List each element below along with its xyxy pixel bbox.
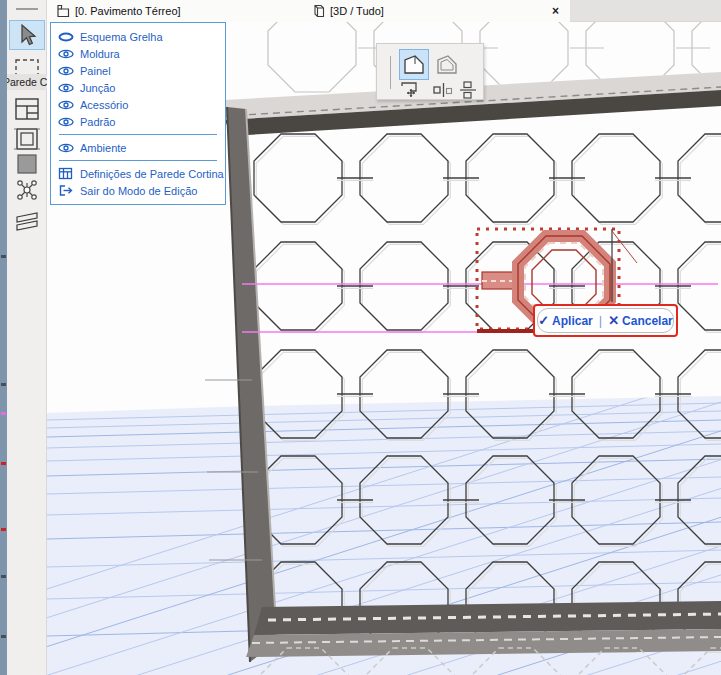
left-toolbox: Parede C xyxy=(7,0,47,675)
toolbox-drag-handle[interactable] xyxy=(16,8,38,10)
select-tool-button[interactable] xyxy=(9,20,45,50)
menu-item-label: Definições de Parede Cortina xyxy=(80,168,224,180)
menu-item-definicoes-parede-cortina[interactable]: Definições de Parede Cortina xyxy=(51,165,225,182)
menu-item-moldura[interactable]: Moldura xyxy=(51,45,225,62)
menu-item-label: Esquema Grelha xyxy=(80,31,163,43)
menu-item-label: Padrão xyxy=(80,116,115,128)
menu-item-juncao[interactable]: Junção xyxy=(51,79,225,96)
frame-tool-button[interactable] xyxy=(12,126,42,152)
junction-icon xyxy=(13,177,41,203)
menu-item-painel[interactable]: Painel xyxy=(51,62,225,79)
menu-item-label: Moldura xyxy=(80,48,120,60)
panel-tool-button[interactable] xyxy=(12,151,42,177)
offset-icon xyxy=(432,82,454,98)
menu-item-label: Junção xyxy=(80,82,115,94)
eye-icon xyxy=(58,82,74,94)
menu-separator xyxy=(59,160,217,161)
edge-strip-mark xyxy=(1,462,6,465)
panel-chamfer-button[interactable] xyxy=(399,49,429,80)
panel-chamfer-outline-button[interactable] xyxy=(433,51,461,78)
eye-icon xyxy=(58,48,74,60)
accessory-icon xyxy=(13,209,41,235)
cancel-label: Cancelar xyxy=(622,314,673,328)
settings-table-icon xyxy=(58,167,74,180)
x-icon: ✕ xyxy=(608,313,619,328)
panel-chamfer-outline-icon xyxy=(435,54,459,76)
menu-item-label: Acessório xyxy=(80,99,128,111)
edge-strip-mark xyxy=(1,383,6,386)
menu-item-sair-modo-edicao[interactable]: Sair do Modo de Edição xyxy=(51,182,225,199)
pet-palette xyxy=(376,43,484,100)
menu-item-label: Painel xyxy=(80,65,111,77)
menu-item-ambiente[interactable]: Ambiente xyxy=(51,139,225,156)
tab-bar: [0. Pavimento Térreo] [3D / Tudo] × xyxy=(47,0,721,22)
story-icon xyxy=(56,4,70,18)
move-icon xyxy=(399,80,425,100)
menu-item-label: Sair do Modo de Edição xyxy=(80,185,197,197)
tool-group-label: Parede C xyxy=(0,74,47,90)
scheme-grid-tool-button[interactable] xyxy=(12,96,42,122)
curtain-wall-edit-menu: Esquema Grelha Moldura Painel Junção xyxy=(50,22,226,205)
apply-cancel-pill: ✓ Aplicar | ✕ Cancelar xyxy=(537,308,674,333)
palette-divider: | xyxy=(599,313,602,328)
tab-floor-plan[interactable]: [0. Pavimento Térreo] xyxy=(47,0,302,22)
exit-icon xyxy=(58,184,74,197)
align-split-button[interactable] xyxy=(457,80,479,100)
menu-separator xyxy=(59,134,217,135)
accessory-tool-button[interactable] xyxy=(12,209,42,235)
menu-item-label: Ambiente xyxy=(80,142,126,154)
junction-tool-button[interactable] xyxy=(12,177,42,203)
edge-strip-mark xyxy=(1,255,6,258)
pet-palette-separator xyxy=(390,56,391,89)
menu-item-padrao[interactable]: Padrão xyxy=(51,113,225,130)
eye-outline-icon xyxy=(58,31,74,43)
tab-3d-view[interactable]: [3D / Tudo] × xyxy=(302,0,570,22)
eye-icon xyxy=(58,65,74,77)
align-split-icon xyxy=(458,80,478,100)
panel-icon xyxy=(13,151,41,177)
edge-strip-mark xyxy=(1,575,6,578)
apply-button[interactable]: ✓ Aplicar xyxy=(538,313,593,328)
panel-chamfer-icon xyxy=(402,54,426,76)
frame-icon xyxy=(13,126,41,152)
edge-strip-mark xyxy=(1,635,6,638)
move-frame-button[interactable] xyxy=(397,80,427,100)
application-window: Parede C [0. Pavimento Térreo] [3D / Tud… xyxy=(0,0,721,675)
cursor-arrow-icon xyxy=(16,23,38,47)
menu-item-acessorio[interactable]: Acessório xyxy=(51,96,225,113)
apply-label: Aplicar xyxy=(552,314,593,328)
tab-3d-view-label: [3D / Tudo] xyxy=(330,5,384,17)
close-tab-button[interactable]: × xyxy=(550,1,561,21)
tab-floor-plan-label: [0. Pavimento Térreo] xyxy=(75,5,181,17)
eye-icon xyxy=(58,142,74,154)
window-edge-strip xyxy=(0,0,7,675)
cube-3d-icon xyxy=(311,4,325,18)
edge-strip-mark xyxy=(1,528,6,531)
grid-scheme-icon xyxy=(13,97,41,121)
menu-item-esquema-grelha[interactable]: Esquema Grelha xyxy=(51,28,225,45)
apply-cancel-palette: ✓ Aplicar | ✕ Cancelar xyxy=(533,304,678,337)
check-icon: ✓ xyxy=(538,313,549,328)
eye-icon xyxy=(58,116,74,128)
eye-icon xyxy=(58,99,74,111)
cancel-button[interactable]: ✕ Cancelar xyxy=(608,313,673,328)
offset-button[interactable] xyxy=(431,82,455,98)
edge-strip-mark xyxy=(1,412,6,415)
